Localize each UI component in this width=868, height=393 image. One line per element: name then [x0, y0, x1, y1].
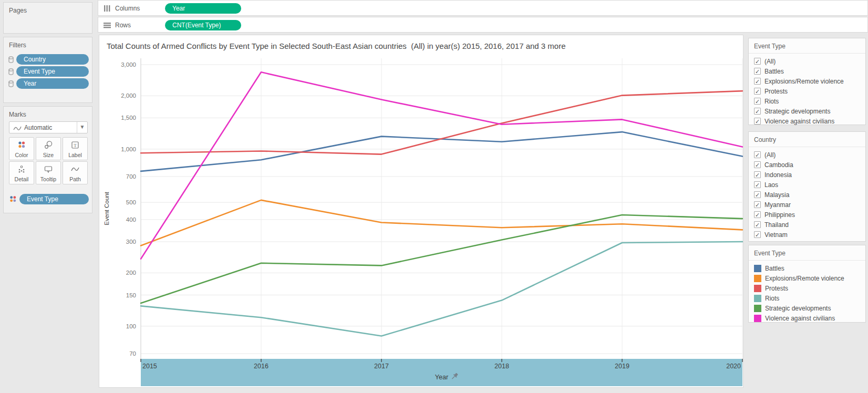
filter-item-label: Strategic developments	[764, 108, 830, 115]
checkbox[interactable]: ✓	[754, 201, 761, 208]
filter-pill-event-type[interactable]: Event Type	[16, 66, 89, 77]
legend-label: Violence against civilians	[765, 315, 835, 322]
checkbox[interactable]: ✓	[754, 151, 761, 158]
legend-item[interactable]: Battles	[749, 263, 865, 273]
columns-shelf[interactable]: Columns Year	[98, 0, 868, 16]
filter-item-indonesia[interactable]: ✓Indonesia	[749, 170, 865, 180]
columns-pill-year[interactable]: Year	[165, 3, 241, 14]
series-line-riots[interactable]	[141, 242, 742, 336]
filter-item-battles[interactable]: ✓Battles	[749, 66, 865, 76]
filter-item-label: Myanmar	[764, 201, 791, 209]
legend-item[interactable]: Explosions/Remote violence	[749, 273, 865, 283]
line-chart[interactable]: 701001502003004005007001,0001,5002,0003,…	[99, 35, 743, 387]
datasource-field-icon	[8, 56, 14, 64]
filter-item-label: Philippines	[764, 211, 795, 219]
y-axis-title[interactable]: Event Count	[104, 192, 110, 225]
filter-pill-label: Event Type	[24, 68, 55, 75]
detail-button[interactable]: Detail	[9, 161, 34, 184]
mark-button-label: Color	[9, 152, 34, 158]
x-axis-title[interactable]: Year	[435, 374, 448, 381]
x-tick-label[interactable]: 2018	[494, 363, 509, 370]
checkbox[interactable]: ✓	[754, 98, 761, 105]
checkbox[interactable]: ✓	[754, 108, 761, 115]
filter-pill-year[interactable]: Year	[16, 78, 89, 89]
x-tick-label[interactable]: 2016	[254, 363, 268, 370]
filter-pill-label: Year	[24, 80, 36, 87]
checkbox[interactable]: ✓	[754, 231, 761, 238]
checkbox[interactable]: ✓	[754, 211, 761, 218]
legend-label: Riots	[765, 295, 779, 302]
filter-item-label: Vietnam	[764, 231, 788, 239]
legend-item[interactable]: Strategic developments	[749, 303, 865, 313]
filter-item-strategic[interactable]: ✓Strategic developments	[749, 106, 865, 116]
filter-item-malaysia[interactable]: ✓Malaysia	[749, 190, 865, 200]
columns-label: Columns	[115, 5, 140, 12]
x-tick-label[interactable]: 2017	[374, 363, 389, 370]
filter-item-all[interactable]: ✓(All)	[749, 56, 865, 66]
checkbox[interactable]: ✓	[754, 88, 761, 95]
checkbox[interactable]: ✓	[754, 118, 761, 125]
y-tick-label: 100	[126, 323, 136, 329]
checkbox[interactable]: ✓	[754, 221, 761, 228]
legend-item[interactable]: Violence against civilians	[749, 313, 865, 323]
filter-item-laos[interactable]: ✓Laos	[749, 180, 865, 190]
pages-shelf[interactable]: Pages	[3, 2, 92, 34]
filter-item-cambodia[interactable]: ✓Cambodia	[749, 160, 865, 170]
line-mark-icon	[13, 125, 22, 131]
filter-item-vietnam[interactable]: ✓Vietnam	[749, 230, 865, 240]
filter-card-title: Event Type	[749, 38, 865, 54]
event-type-filter-card: Event Type ✓(All) ✓Battles ✓Explosions/R…	[748, 38, 866, 125]
tooltip-button[interactable]: Tooltip	[36, 161, 61, 184]
pages-title: Pages	[4, 3, 92, 16]
marks-pill-event-type[interactable]: Event Type	[19, 194, 89, 204]
rows-shelf[interactable]: Rows CNT(Event Type)	[98, 17, 868, 33]
x-axis-highlight-band[interactable]	[141, 359, 742, 386]
legend-item[interactable]: Protests	[749, 283, 865, 293]
series-line-protests[interactable]	[141, 91, 742, 154]
filter-item-thailand[interactable]: ✓Thailand	[749, 220, 865, 230]
legend-swatch	[754, 275, 761, 282]
series-line-violence-against-civilians[interactable]	[141, 72, 742, 258]
checkbox[interactable]: ✓	[754, 161, 761, 168]
filter-item-protests[interactable]: ✓Protests	[749, 86, 865, 96]
filter-item-riots[interactable]: ✓Riots	[749, 96, 865, 106]
filter-item-philippines[interactable]: ✓Philippines	[749, 210, 865, 220]
filter-item-explosions[interactable]: ✓Explosions/Remote violence	[749, 76, 865, 86]
size-button[interactable]: Size	[36, 137, 61, 160]
checkbox[interactable]: ✓	[754, 68, 761, 75]
filter-item-all[interactable]: ✓(All)	[749, 150, 865, 160]
label-icon: T	[70, 140, 80, 150]
filter-item-label: Malaysia	[764, 191, 789, 199]
label-button[interactable]: T Label	[63, 137, 88, 160]
marks-card: Marks Automatic ▼ Color Size T L	[3, 106, 92, 213]
filter-item-label: Violence against civilians	[764, 118, 834, 125]
checkbox[interactable]: ✓	[754, 191, 761, 198]
checkbox[interactable]: ✓	[754, 58, 761, 65]
mark-type-dropdown[interactable]: Automatic ▼	[9, 121, 88, 133]
series-line-strategic-developments[interactable]	[141, 215, 742, 303]
filter-pill-country[interactable]: Country	[16, 54, 89, 65]
datasource-field-icon	[8, 68, 14, 76]
color-button[interactable]: Color	[9, 137, 34, 160]
checkbox[interactable]: ✓	[754, 181, 761, 188]
checkbox[interactable]: ✓	[754, 171, 761, 178]
filter-item-myanmar[interactable]: ✓Myanmar	[749, 200, 865, 210]
chevron-down-icon[interactable]: ▼	[77, 122, 87, 133]
y-tick-label: 3,000	[121, 61, 136, 68]
checkbox[interactable]: ✓	[754, 78, 761, 85]
rows-pill-cnt-event-type[interactable]: CNT(Event Type)	[165, 20, 241, 30]
filter-item-label: Explosions/Remote violence	[764, 78, 844, 85]
x-tick-label[interactable]: 2020	[726, 363, 741, 370]
color-dots-icon	[8, 195, 17, 204]
path-button[interactable]: Path	[63, 161, 88, 184]
datasource-field-icon	[8, 80, 14, 88]
x-tick-label[interactable]: 2019	[615, 363, 629, 370]
filter-item-label: Protests	[764, 88, 788, 95]
legend-item[interactable]: Riots	[749, 293, 865, 303]
series-line-explosions-remote-violence[interactable]	[141, 200, 742, 246]
x-tick-label[interactable]: 2015	[142, 363, 157, 370]
filter-item-violence[interactable]: ✓Violence against civilians	[749, 116, 865, 126]
y-tick-label: 1,000	[121, 146, 136, 152]
country-filter-card: Country ✓(All) ✓Cambodia ✓Indonesia ✓Lao…	[748, 131, 866, 242]
color-legend-card: Event Type Battles Explosions/Remote vio…	[748, 245, 866, 323]
